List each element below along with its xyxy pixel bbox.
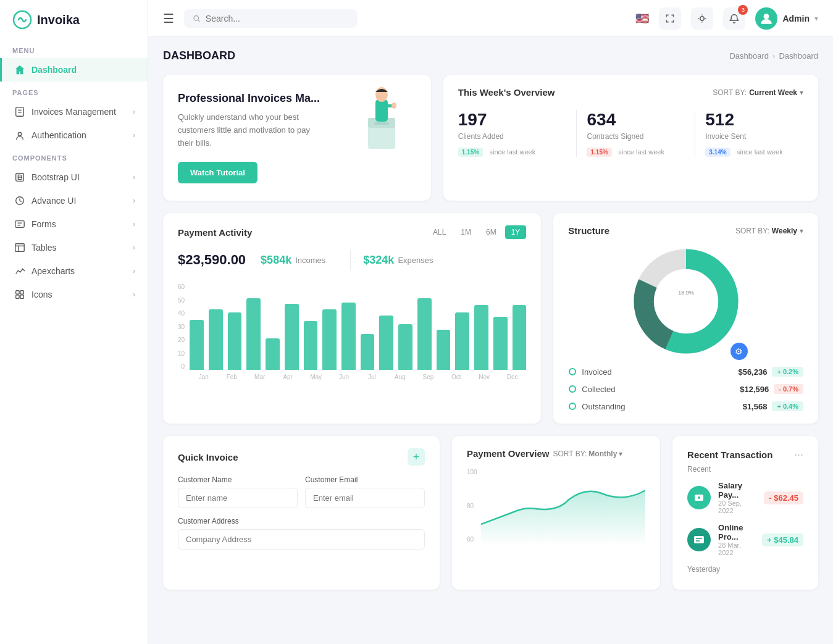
sidebar-label-forms: Forms [31,219,127,229]
content-area: DASHBOARD Dashboard › Dashboard Professi… [148,37,833,644]
sidebar-item-invoices[interactable]: Invoices Management › [0,100,148,123]
chart-month-label: Feb [218,374,246,380]
recent-tx-menu[interactable]: ··· [794,448,803,461]
svg-rect-7 [15,221,24,228]
structure-title: Structure [568,225,609,236]
chart-bar [209,309,223,370]
chevron-icon-auth: › [133,131,135,140]
svg-point-39 [698,496,700,499]
recent-transactions-card: Recent Transaction ··· Recent Salary Pay… [672,436,818,590]
recent-tx-section-label: Recent [687,465,803,474]
customer-fields: Customer Name Customer Email [178,475,425,508]
structure-sort[interactable]: SORT BY: Weekly ▾ [735,227,803,235]
chevron-icon-tables: › [133,243,135,252]
icons-icon [14,289,25,300]
sidebar-item-advance[interactable]: Advance UI › [0,189,148,212]
menu-toggle[interactable]: ☰ [163,11,174,26]
logo: Invoika [0,10,148,40]
search-bar[interactable] [184,9,357,28]
sidebar-item-forms[interactable]: Forms › [0,212,148,236]
tx-date-online: 28 Mar, 2022 [718,542,755,556]
search-input[interactable] [206,14,348,23]
sidebar-item-icons[interactable]: Icons › [0,283,148,306]
filter-1m[interactable]: 1M [454,225,477,239]
sidebar-label-bootstrap: Bootstrap UI [31,172,127,182]
stat-clients-label: Clients Added [458,132,567,141]
quick-invoice-title: Quick Invoice [178,452,238,462]
stats-sort-value: Current Week [749,88,797,97]
customer-name-input[interactable] [178,488,298,508]
breadcrumb: Dashboard › Dashboard [729,51,818,61]
structure-card: Structure SORT BY: Weekly ▾ [553,213,818,424]
legend-outstanding-icon [568,402,577,411]
chart-bar [266,338,280,370]
customer-email-group: Customer Email [305,475,425,508]
user-menu[interactable]: Admin ▾ [755,7,818,30]
recent-tx-header: Recent Transaction ··· [687,448,803,461]
chart-bar [455,312,469,370]
tx-avatar-salary [687,486,711,509]
chart-bar [417,298,432,370]
sidebar-item-dashboard[interactable]: Dashboard [0,58,148,82]
po-sort-value: Monthly [588,450,617,458]
stat-clients-since: since last week [490,148,536,156]
chart-bar [190,320,204,370]
stat-contracts-since: since last week [618,148,664,156]
customer-address-input[interactable] [178,529,425,550]
chart-y-axis: 60 50 40 30 20 10 0 [178,283,190,370]
svg-rect-15 [16,295,19,298]
line-chart-svg [481,469,645,543]
chart-bar [437,330,451,370]
customer-address-label: Customer Address [178,517,425,525]
sidebar-item-bootstrap[interactable]: Bootstrap UI › [0,165,148,189]
customer-email-input[interactable] [305,488,425,508]
stats-sort[interactable]: SORT BY: Current Week ▾ [713,88,803,97]
gear-fab-button[interactable]: ⚙ [730,343,748,360]
charts-icon [14,266,25,277]
stat-invoices-number: 512 [705,110,803,130]
filter-all[interactable]: ALL [427,225,452,239]
pages-label: PAGES [0,82,148,100]
fullscreen-button[interactable] [659,7,681,30]
tx-date-salary: 20 Sep, 2022 [718,500,756,514]
illustration-svg [351,81,412,161]
dashboard-top-row: Professional Invoices Ma... Quickly unde… [163,75,818,201]
welcome-description: Quickly understand who your best custome… [178,111,326,149]
sidebar-item-tables[interactable]: Tables › [0,236,148,259]
svg-point-28 [391,102,396,109]
filter-1y[interactable]: 1Y [505,225,527,239]
stat-contracts-label: Contracts Signed [587,132,685,141]
theme-button[interactable] [691,7,713,30]
add-invoice-button[interactable]: + [408,448,425,466]
chart-separator [350,249,351,271]
tx-item-salary: Salary Pay... 20 Sep, 2022 - $62.45 [687,481,803,514]
svg-rect-1 [16,107,24,116]
chart-wrapper: 60 50 40 30 20 10 0 JanFebMarAprMayJunJu… [178,283,526,380]
filter-6m[interactable]: 6M [480,225,503,239]
forms-icon [14,219,25,230]
chart-bar [398,324,412,370]
components-label: COMPONENTS [0,147,148,165]
payment-overview-sort[interactable]: SORT BY: Monthly ▾ [553,450,622,458]
sidebar-label-invoices: Invoices Management [31,107,127,117]
page-header: DASHBOARD Dashboard › Dashboard [163,49,818,62]
customer-address-group: Customer Address [178,517,425,550]
po-y-axis: 100 80 60 [467,469,481,543]
customer-email-label: Customer Email [305,475,425,484]
payment-overview-title: Payment Overview [467,448,549,459]
chart-month-label: Jun [330,374,358,380]
legend-invoiced-name: Invoiced [582,367,611,377]
chevron-icon-apexcharts: › [133,267,135,275]
logo-text: Invoika [37,13,80,27]
language-flag[interactable]: 🇺🇸 [635,12,649,25]
svg-text:25.4%: 25.4% [658,295,674,301]
sidebar-item-authentication[interactable]: Authentication › [0,123,148,147]
notification-button[interactable]: 3 [723,7,745,30]
chart-month-label: Oct [442,374,470,380]
watch-tutorial-button[interactable]: Watch Tutorial [178,162,257,183]
po-sort-label: SORT BY: [553,450,587,458]
chart-bar [228,312,242,370]
tx-info-online: Online Pro... 28 Mar, 2022 [718,523,755,556]
sidebar-item-apexcharts[interactable]: Apexcharts › [0,259,148,283]
user-chevron-icon: ▾ [814,14,818,23]
